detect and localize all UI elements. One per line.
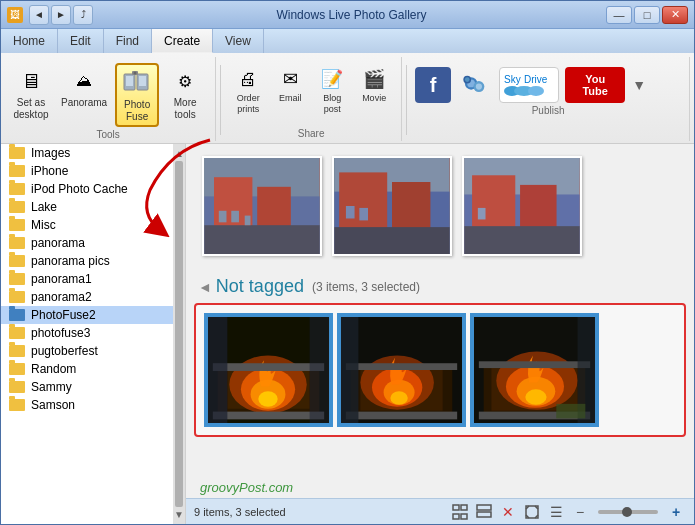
tab-find[interactable]: Find bbox=[104, 29, 152, 53]
main-window: 🖼 ◄ ► ⤴ Windows Live Photo Gallery — □ ✕… bbox=[0, 0, 695, 525]
street-photo-image bbox=[334, 158, 450, 254]
sidebar-item-panorama2[interactable]: panorama2 bbox=[1, 288, 173, 306]
photo-fuse-button[interactable]: Photo Fuse bbox=[115, 63, 159, 127]
folder-icon bbox=[9, 399, 25, 411]
sidebar-item-photofuse2[interactable]: PhotoFuse2 bbox=[1, 306, 173, 324]
svg-point-65 bbox=[525, 389, 546, 404]
sidebar-scroll-area: Images iPhone iPod Photo Cache Lake bbox=[1, 144, 185, 524]
fire-photo-2[interactable] bbox=[339, 315, 464, 425]
order-prints-button[interactable]: 🖨 Orderprints bbox=[229, 63, 267, 117]
svg-rect-70 bbox=[453, 505, 459, 510]
svg-rect-46 bbox=[213, 412, 324, 420]
svg-point-5 bbox=[134, 72, 137, 75]
svg-rect-75 bbox=[477, 512, 491, 517]
sidebar-item-panorama1[interactable]: panorama1 bbox=[1, 270, 173, 288]
svg-point-16 bbox=[528, 86, 544, 96]
sep2 bbox=[406, 65, 407, 135]
main-area: Images iPhone iPod Photo Cache Lake bbox=[1, 144, 694, 524]
svg-rect-69 bbox=[556, 404, 585, 419]
more-tools-button[interactable]: ⚙ Moretools bbox=[163, 63, 207, 123]
street-photos-row bbox=[194, 152, 686, 260]
window-title: Windows Live Photo Gallery bbox=[97, 8, 606, 22]
delete-button[interactable]: ✕ bbox=[498, 503, 518, 521]
email-button[interactable]: ✉ Email bbox=[271, 63, 309, 106]
blog-post-button[interactable]: 📝 Blogpost bbox=[313, 63, 351, 117]
photo-grid[interactable]: ◄ Not tagged (3 items, 3 selected) bbox=[186, 144, 694, 498]
folder-icon bbox=[9, 183, 25, 195]
ribbon: Home Edit Find Create View 🖥 Set asdeskt… bbox=[1, 29, 694, 144]
sidebar-item-misc[interactable]: Misc bbox=[1, 216, 173, 234]
folder-icon bbox=[9, 309, 25, 321]
properties-button[interactable]: ☰ bbox=[546, 503, 566, 521]
svg-rect-29 bbox=[334, 227, 449, 254]
street-photo-image bbox=[464, 158, 580, 254]
zoom-out-button[interactable]: − bbox=[570, 503, 590, 521]
sidebar-item-images[interactable]: Images bbox=[1, 144, 173, 162]
sidebar-item-samson[interactable]: Samson bbox=[1, 396, 173, 414]
sidebar-item-sammy[interactable]: Sammy bbox=[1, 378, 173, 396]
order-prints-icon: 🖨 bbox=[234, 65, 262, 93]
movie-button[interactable]: 🎬 Movie bbox=[355, 63, 393, 106]
folder-icon bbox=[9, 363, 25, 375]
fire-photo-1[interactable] bbox=[206, 315, 331, 425]
sidebar-item-iphone[interactable]: iPhone bbox=[1, 162, 173, 180]
facebook-button[interactable]: f bbox=[415, 67, 451, 103]
street-photo-3[interactable] bbox=[462, 156, 582, 256]
sidebar-item-panorama[interactable]: panorama bbox=[1, 234, 173, 252]
svg-rect-72 bbox=[453, 514, 459, 519]
photo-fuse-icon bbox=[121, 67, 153, 99]
full-screen-button[interactable] bbox=[522, 503, 542, 521]
sidebar-item-lake[interactable]: Lake bbox=[1, 198, 173, 216]
ribbon-group-share: 🖨 Orderprints ✉ Email 📝 Blogpost 🎬 Movie bbox=[225, 57, 402, 141]
svg-rect-58 bbox=[341, 317, 358, 423]
close-button[interactable]: ✕ bbox=[662, 6, 688, 24]
svg-rect-71 bbox=[461, 505, 467, 510]
tab-home[interactable]: Home bbox=[1, 29, 58, 53]
sep1 bbox=[220, 65, 221, 135]
maximize-button[interactable]: □ bbox=[634, 6, 660, 24]
fire-photo-3[interactable] bbox=[472, 315, 597, 425]
sidebar-item-ipod-photo-cache[interactable]: iPod Photo Cache bbox=[1, 180, 173, 198]
section-collapse-arrow[interactable]: ◄ bbox=[198, 279, 212, 295]
tab-edit[interactable]: Edit bbox=[58, 29, 104, 53]
more-tools-label: Moretools bbox=[174, 97, 197, 121]
messenger-button[interactable] bbox=[457, 67, 493, 103]
desktop-icon: 🖥 bbox=[15, 65, 47, 97]
svg-rect-73 bbox=[461, 514, 467, 519]
svg-rect-28 bbox=[392, 182, 430, 235]
sidebar-item-random[interactable]: Random bbox=[1, 360, 173, 378]
fit-window-button[interactable] bbox=[450, 503, 470, 521]
svg-rect-24 bbox=[245, 216, 251, 226]
skydrive-button[interactable]: Sky Drive bbox=[499, 67, 559, 103]
title-bar: 🖼 ◄ ► ⤴ Windows Live Photo Gallery — □ ✕ bbox=[1, 1, 694, 29]
thumbnail-view-button[interactable] bbox=[474, 503, 494, 521]
svg-point-11 bbox=[465, 77, 470, 82]
share-buttons: 🖨 Orderprints ✉ Email 📝 Blogpost 🎬 Movie bbox=[229, 59, 393, 126]
zoom-in-button[interactable]: + bbox=[666, 503, 686, 521]
desktop-label: Set asdesktop bbox=[13, 97, 48, 121]
zoom-slider[interactable] bbox=[598, 510, 658, 514]
sidebar-item-photofuse3[interactable]: photofuse3 bbox=[1, 324, 173, 342]
status-tools: ✕ ☰ − + bbox=[450, 503, 686, 521]
sidebar-item-panorama-pics[interactable]: panorama pics bbox=[1, 252, 173, 270]
publish-expand-button[interactable]: ▼ bbox=[631, 77, 647, 93]
street-photo-1[interactable] bbox=[202, 156, 322, 256]
email-icon: ✉ bbox=[276, 65, 304, 93]
minimize-button[interactable]: — bbox=[606, 6, 632, 24]
back-button[interactable]: ◄ bbox=[29, 5, 49, 25]
tab-create[interactable]: Create bbox=[152, 29, 213, 53]
sidebar-scrollbar[interactable]: ▲ ▼ bbox=[173, 144, 185, 524]
forward-button[interactable]: ► bbox=[51, 5, 71, 25]
sidebar-item-pugtoberfest[interactable]: pugtoberfest bbox=[1, 342, 173, 360]
up-button[interactable]: ⤴ bbox=[73, 5, 93, 25]
street-photo-2[interactable] bbox=[332, 156, 452, 256]
fire-photo-image bbox=[341, 317, 462, 423]
svg-rect-36 bbox=[464, 226, 579, 254]
set-as-desktop-button[interactable]: 🖥 Set asdesktop bbox=[9, 63, 53, 123]
youtube-button[interactable]: YouTube bbox=[565, 67, 625, 103]
window-controls: — □ ✕ bbox=[606, 6, 688, 24]
panorama-button[interactable]: ⛰ Panorama bbox=[57, 63, 111, 111]
tab-view[interactable]: View bbox=[213, 29, 264, 53]
street-photo-image bbox=[204, 158, 320, 254]
share-group-label: Share bbox=[229, 128, 393, 139]
